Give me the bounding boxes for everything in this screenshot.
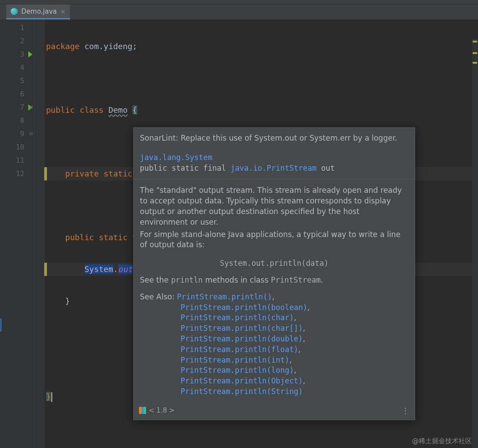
see-also-link[interactable]: PrintStream.println(boolean) [181, 303, 308, 312]
line-number: 3 [0, 48, 34, 61]
signature-block: java.lang.System public static final jav… [134, 148, 415, 180]
breakpoint-strip [0, 318, 2, 332]
line-number-gutter: 1 2 3 4 5 6 7 8 9 10 11 12 [0, 19, 35, 448]
more-icon[interactable]: ⋮ [401, 405, 409, 416]
caret [51, 392, 52, 402]
fold-end-icon[interactable]: ⊟ [27, 131, 33, 136]
java-class-icon [11, 8, 18, 15]
see-also-link[interactable]: PrintStream.println(String) [181, 387, 303, 396]
see-also-link[interactable]: PrintStream.println() [177, 292, 272, 301]
warning-marker[interactable] [473, 52, 477, 54]
see-also-block: See Also: PrintStream.println(), PrintSt… [134, 292, 415, 402]
sonarlint-message: SonarLint: Replace this use of System.ou… [134, 128, 415, 148]
line-number: 10 [0, 141, 34, 154]
tooltip-footer: < 1.8 > ⋮ [134, 402, 415, 420]
see-also-link[interactable]: PrintStream.println(double) [181, 334, 303, 343]
watermark: @稀土掘金技术社区 [412, 437, 472, 445]
doc-example: System.out.println(data) [140, 252, 409, 275]
line-number: 11 [0, 154, 34, 167]
class-name: Demo [108, 105, 127, 115]
line-number: 12 [0, 167, 34, 180]
line-number: 1 [0, 21, 34, 34]
documentation-tooltip: SonarLint: Replace this use of System.ou… [133, 127, 415, 420]
see-also-label: See Also: [140, 292, 177, 301]
tab-filename: Demo.java [21, 8, 57, 15]
run-gutter-icon[interactable] [28, 51, 32, 57]
tab-bar: Demo.java × [0, 4, 478, 19]
top-spacer [0, 0, 478, 4]
line-number: 4 [0, 61, 34, 74]
see-also-link[interactable]: PrintStream.println(long) [181, 366, 294, 375]
doc-body: The "standard" output stream. This strea… [134, 179, 415, 291]
doc-paragraph: For simple stand-alone Java applications… [140, 230, 409, 251]
change-marker [44, 167, 47, 180]
file-tab[interactable]: Demo.java × [6, 4, 70, 19]
fold-gutter: ⊟ ⊟ [35, 19, 44, 448]
line-number: 8 [0, 114, 34, 127]
see-also-link[interactable]: PrintStream.println(char) [181, 313, 294, 322]
see-also-link[interactable]: PrintStream.println(int) [181, 356, 289, 364]
identifier-out: out [118, 264, 133, 274]
line-number: 5 [0, 74, 34, 88]
warning-marker[interactable] [473, 62, 477, 64]
see-also-link[interactable]: PrintStream.println(Object) [181, 376, 303, 385]
fold-icon[interactable]: ⊟ [27, 104, 33, 110]
library-icon [139, 407, 146, 414]
warning-marker[interactable] [473, 41, 477, 42]
line-number: 2 [0, 34, 34, 48]
scrollbar-track[interactable] [472, 39, 478, 448]
close-icon[interactable]: × [61, 8, 66, 15]
type-link[interactable]: java.io.PrintStream [231, 164, 316, 172]
jdk-version: < 1.8 > [149, 406, 175, 415]
doc-see-line: See the println methods in class PrintSt… [140, 275, 409, 286]
see-also-link[interactable]: PrintStream.println(char[]) [181, 324, 303, 333]
see-also-link[interactable]: PrintStream.println(float) [181, 345, 298, 354]
class-link[interactable]: java.lang.System [140, 153, 212, 162]
doc-paragraph: The "standard" output stream. This strea… [140, 185, 409, 227]
change-marker [44, 263, 47, 276]
line-number: 6 [0, 88, 34, 101]
